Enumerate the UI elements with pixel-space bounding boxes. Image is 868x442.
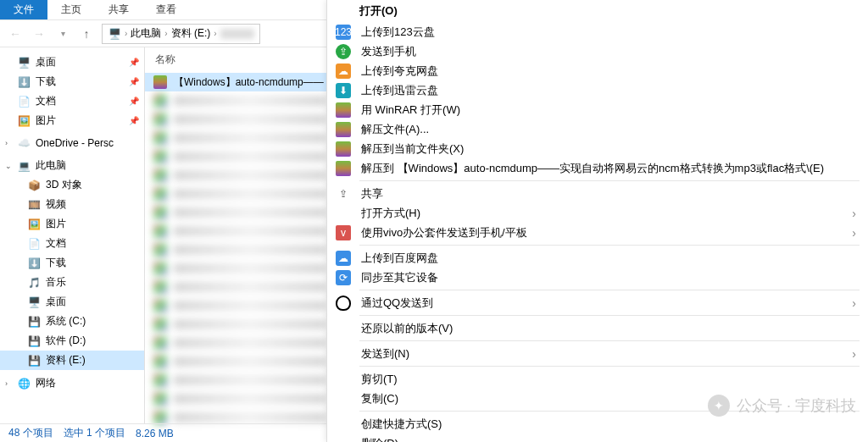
sidebar-item[interactable]: ›🌐网络 (0, 373, 144, 393)
context-menu-item[interactable]: 123上传到123云盘 (327, 22, 868, 41)
breadcrumb-blurred (220, 29, 254, 39)
separator (359, 245, 860, 246)
file-name: 【Windows】auto-ncmdump—— (174, 75, 324, 90)
file-icon (153, 224, 167, 238)
nav-back-button[interactable]: ← (7, 25, 24, 42)
sidebar-item-label: 桌面 (46, 295, 66, 309)
chevron-right-icon: › (852, 226, 856, 240)
ribbon-tab-1[interactable]: 主页 (47, 0, 95, 19)
nav-up-button[interactable]: ↑ (78, 25, 95, 42)
sidebar-item-label: 资料 (E:) (46, 353, 86, 367)
context-menu-item[interactable]: 解压文件(A)... (327, 119, 868, 139)
sidebar-item[interactable]: ⬇️下载 (0, 253, 144, 273)
file-icon (153, 392, 167, 406)
breadcrumb-part[interactable]: 此电脑 (131, 26, 161, 41)
menu-item-icon: ☁ (336, 251, 351, 266)
separator (359, 366, 860, 367)
context-menu-header[interactable]: 打开(O) (327, 0, 868, 22)
file-icon (153, 131, 167, 145)
ribbon-tab-0[interactable]: 文件 (0, 0, 47, 19)
sidebar-item[interactable]: 🎞️视频 (0, 195, 144, 214)
separator (359, 290, 860, 290)
sidebar-item-label: 桌面 (36, 55, 56, 69)
ribbon-tab-2[interactable]: 共享 (95, 0, 142, 19)
file-name-blurred (174, 301, 326, 311)
pc-icon: 💻 (17, 159, 31, 173)
pic-icon: 🖼️ (17, 114, 31, 128)
nav-recent-chevron[interactable]: ▾ (54, 25, 71, 42)
file-icon (153, 169, 167, 182)
breadcrumb[interactable]: 🖥️ › 此电脑 › 资料 (E:) › (102, 24, 260, 44)
sidebar-item[interactable]: 💾资料 (E:) (0, 351, 144, 370)
context-menu-item[interactable]: 用 WinRAR 打开(W) (327, 100, 868, 119)
file-name-blurred (174, 394, 326, 404)
file-name-blurred (174, 412, 326, 423)
context-menu-item[interactable]: ⇪共享 (327, 184, 868, 203)
context-menu-item[interactable]: v使用vivo办公套件发送到手机/平板› (327, 223, 868, 242)
context-menu-item[interactable]: 解压到当前文件夹(X) (327, 139, 868, 158)
context-menu-item[interactable]: ☁上传到夸克网盘 (327, 61, 868, 80)
sidebar-item[interactable]: 🖥️桌面📌 (0, 52, 144, 72)
menu-item-icon: ☁ (336, 64, 351, 79)
sidebar-item[interactable]: 📦3D 对象 (0, 175, 144, 195)
sidebar-item-label: 网络 (36, 376, 56, 390)
context-menu-item[interactable]: 解压到 【Windows】auto-ncmdump——实现自动将网易云的ncm格… (327, 158, 868, 178)
pin-icon: 📌 (129, 77, 139, 86)
sidebar-item[interactable]: 🖼️图片 (0, 214, 144, 234)
menu-item-label: 发送到手机 (361, 44, 856, 59)
sidebar-item[interactable]: 🖼️图片📌 (0, 111, 144, 130)
sidebar-item[interactable]: 💾系统 (C:) (0, 312, 144, 331)
context-menu-item[interactable]: 剪切(T) (327, 369, 868, 389)
sidebar-item[interactable]: 💾软件 (D:) (0, 331, 144, 351)
file-icon (153, 187, 167, 201)
menu-item-label: 发送到(N) (361, 346, 842, 362)
separator (359, 340, 860, 341)
sidebar-item[interactable]: ⌄💻此电脑 (0, 156, 144, 175)
menu-item-label: 剪切(T) (361, 372, 856, 387)
context-menu-item[interactable]: ⇪发送到手机 (327, 41, 868, 61)
chevron-right-icon: › (214, 29, 216, 38)
context-menu-item[interactable]: 打开方式(H)› (327, 203, 868, 223)
context-menu-item[interactable]: 还原以前的版本(V) (327, 318, 868, 338)
menu-item-label: 解压到当前文件夹(X) (361, 141, 856, 157)
download-icon: ⬇️ (17, 75, 31, 89)
context-menu-item[interactable]: 复制(C) (327, 389, 868, 408)
sidebar-item[interactable]: ⬇️下载📌 (0, 72, 144, 91)
context-menu-item[interactable]: 发送到(N)› (327, 344, 868, 363)
sidebar-item[interactable]: 🎵音乐 (0, 273, 144, 292)
file-name-blurred (174, 96, 326, 106)
sidebar-item-label: 文档 (46, 236, 66, 251)
sidebar-item[interactable]: 🖥️桌面 (0, 292, 144, 312)
file-icon (153, 336, 167, 350)
breadcrumb-part[interactable]: 资料 (E:) (171, 26, 211, 41)
3d-icon: 📦 (27, 179, 41, 192)
file-name-blurred (174, 338, 326, 348)
file-icon (153, 262, 167, 275)
sidebar-item[interactable]: 📄文档 (0, 234, 144, 253)
sidebar-item-label: 下载 (46, 256, 66, 270)
file-name-blurred (174, 263, 326, 273)
context-menu-item[interactable]: 创建快捷方式(S) (327, 414, 868, 434)
file-icon (153, 150, 167, 163)
menu-item-label: 上传到夸克网盘 (361, 64, 856, 79)
pic-icon: 🖼️ (27, 218, 41, 231)
chevron-right-icon: › (852, 347, 856, 361)
sidebar-item[interactable]: ›☁️OneDrive - Persc (0, 134, 144, 152)
context-menu-item[interactable]: ⟳同步至其它设备 (327, 268, 868, 287)
menu-item-label: 共享 (361, 186, 856, 202)
context-menu-item[interactable]: ☁上传到百度网盘 (327, 248, 868, 268)
sidebar-item[interactable]: 📄文档📌 (0, 91, 144, 111)
context-menu-item[interactable]: ⬇上传到迅雷云盘 (327, 80, 868, 100)
archive-icon (153, 75, 167, 89)
status-selected: 选中 1 个项目 (64, 426, 125, 440)
file-icon (153, 355, 167, 368)
menu-item-icon: ⇪ (336, 44, 351, 59)
file-name-blurred (174, 133, 326, 143)
context-menu-item[interactable]: 通过QQ发送到› (327, 293, 868, 312)
chevron-icon: › (5, 379, 8, 388)
chevron-right-icon: › (852, 296, 856, 310)
nav-forward-button[interactable]: → (31, 25, 47, 42)
sidebar-item-label: 音乐 (46, 275, 66, 290)
ribbon-tab-3[interactable]: 查看 (142, 0, 190, 19)
context-menu-item[interactable]: 删除(D) (327, 434, 868, 442)
